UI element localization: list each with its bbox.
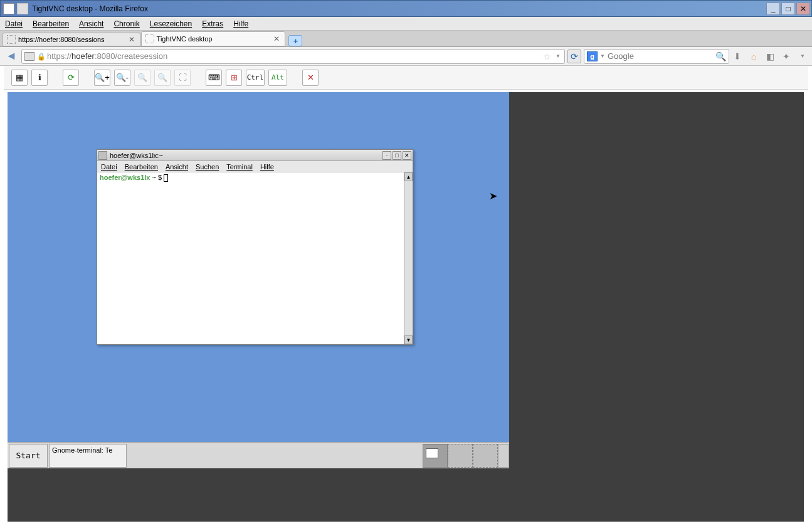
workspace-mini-window	[426, 448, 438, 458]
terminal-system-icon[interactable]	[98, 151, 107, 160]
terminal-close-button[interactable]: ✕	[403, 151, 411, 160]
vnc-remote-desktop[interactable]: hoefer@wks1lx:~ · □ ✕ Datei Bearbeiten A…	[8, 92, 509, 468]
firefox-menubar: Datei Bearbeiten Ansicht Chronik Lesezei…	[0, 17, 812, 31]
vnc-toolbar: ▦ ℹ ⟳ 🔍+ 🔍- 🔍 🔍 ⛶ ⌨ ⊞ Ctrl Alt ✕	[4, 66, 808, 90]
mouse-cursor-icon: ➤	[489, 190, 497, 202]
vnc-refresh-button[interactable]: ⟳	[63, 70, 79, 86]
window-titlebar: TightVNC desktop - Mozilla Firefox _ □ ✕	[0, 0, 812, 17]
vnc-alt-button[interactable]: Alt	[268, 70, 287, 86]
page-icon	[145, 34, 154, 43]
terminal-cursor	[164, 174, 168, 182]
workspace-pager	[423, 444, 509, 468]
url-bar[interactable]: 🔒 https://hoefer:8080/createsession ☆ ▼	[21, 49, 565, 64]
zoom-100-button[interactable]: 🔍	[134, 70, 150, 86]
terminal-prompt-symbol: ~ $	[150, 174, 164, 181]
term-menu-suchen[interactable]: Suchen	[196, 163, 219, 171]
maximize-button[interactable]: □	[781, 3, 795, 15]
search-engine-icon[interactable]: g	[587, 51, 598, 61]
fullscreen-button[interactable]: ⛶	[174, 70, 191, 86]
term-menu-ansicht[interactable]: Ansicht	[166, 163, 188, 171]
page-icon	[7, 35, 16, 44]
menu-bearbeiten[interactable]: Bearbeiten	[33, 19, 69, 28]
lock-icon: 🔒	[37, 53, 45, 60]
scroll-up-button[interactable]: ▲	[404, 172, 413, 181]
terminal-menubar: Datei Bearbeiten Ansicht Suchen Terminal…	[97, 161, 413, 172]
tab-bar: https://hoefer:8080/sessions ✕ TightVNC …	[0, 31, 812, 47]
search-bar[interactable]: g ▼ 🔍	[584, 49, 729, 64]
zoom-in-button[interactable]: 🔍+	[94, 70, 110, 86]
menu-hilfe[interactable]: Hilfe	[233, 19, 248, 28]
window-title: TightVNC desktop - Mozilla Firefox	[31, 4, 766, 13]
search-input[interactable]	[608, 51, 713, 61]
terminal-title: hoefer@wks1lx:~	[110, 152, 381, 159]
term-menu-bearbeiten[interactable]: Bearbeiten	[125, 163, 158, 171]
search-go-icon[interactable]: 🔍	[715, 51, 726, 61]
workspace-2[interactable]	[448, 444, 473, 468]
menu-datei[interactable]: Datei	[5, 19, 23, 28]
remote-taskbar: Start Gnome-terminal: Te	[8, 442, 509, 468]
reload-button[interactable]: ⟳	[567, 50, 581, 63]
tab-tightvnc[interactable]: TightVNC desktop ✕	[141, 31, 286, 46]
vnc-winkey-button[interactable]: ⊞	[226, 70, 242, 86]
start-button[interactable]: Start	[9, 444, 48, 468]
minimize-button[interactable]: _	[766, 3, 780, 15]
menu-extras[interactable]: Extras	[202, 19, 223, 28]
system-tray[interactable]	[498, 444, 509, 468]
terminal-scrollbar[interactable]: ▲ ▼	[404, 172, 413, 344]
scroll-track[interactable]	[404, 181, 413, 335]
tab-close-button[interactable]: ✕	[272, 34, 281, 43]
terminal-titlebar[interactable]: hoefer@wks1lx:~ · □ ✕	[97, 150, 413, 161]
terminal-window[interactable]: hoefer@wks1lx:~ · □ ✕ Datei Bearbeiten A…	[97, 149, 413, 345]
zoom-out-button[interactable]: 🔍-	[114, 70, 130, 86]
menu-lesezeichen[interactable]: Lesezeichen	[150, 19, 192, 28]
tab-close-button[interactable]: ✕	[127, 35, 136, 44]
menu-chronik[interactable]: Chronik	[113, 19, 139, 28]
term-menu-hilfe[interactable]: Hilfe	[260, 163, 274, 171]
terminal-prompt-user: hoefer@wks1lx	[100, 174, 150, 181]
system-menu-icon[interactable]	[3, 3, 14, 14]
addon-icon[interactable]: ◧	[764, 51, 776, 62]
term-menu-datei[interactable]: Datei	[101, 163, 117, 171]
new-tab-button[interactable]: +	[288, 35, 302, 46]
tab-label: TightVNC desktop	[157, 35, 213, 43]
puzzle-icon[interactable]: ✦	[781, 51, 792, 62]
terminal-maximize-button[interactable]: □	[393, 151, 401, 160]
term-menu-terminal[interactable]: Terminal	[226, 163, 253, 171]
terminal-shade-button[interactable]: ·	[382, 151, 391, 160]
vnc-ctrl-button[interactable]: Ctrl	[246, 70, 265, 86]
home-icon[interactable]: ⌂	[748, 51, 759, 62]
terminal-text-area[interactable]: hoefer@wks1lx ~ $	[97, 172, 404, 344]
zoom-fit-button[interactable]: 🔍	[154, 70, 171, 86]
workspace-1[interactable]	[423, 444, 448, 468]
close-button[interactable]: ✕	[796, 3, 810, 15]
back-button[interactable]: ◄	[4, 49, 19, 64]
navigation-toolbar: ◄ 🔒 https://hoefer:8080/createsession ☆ …	[0, 47, 812, 66]
downloads-icon[interactable]: ⬇	[732, 51, 743, 62]
url-dropdown-icon[interactable]: ▼	[556, 53, 562, 59]
bookmark-star-icon[interactable]: ☆	[543, 51, 553, 61]
scroll-down-button[interactable]: ▼	[404, 335, 413, 344]
workspace-3[interactable]	[473, 444, 498, 468]
taskbar-item-terminal[interactable]: Gnome-terminal: Te	[49, 444, 127, 468]
search-engine-dropdown-icon[interactable]: ▼	[600, 53, 605, 59]
firefox-app-icon	[17, 3, 28, 14]
vnc-cad-button[interactable]: ⌨	[206, 70, 222, 86]
vnc-disconnect-button[interactable]: ✕	[302, 70, 319, 86]
vnc-options-button[interactable]: ▦	[11, 70, 28, 86]
tab-sessions[interactable]: https://hoefer:8080/sessions ✕	[3, 33, 140, 46]
menu-ansicht[interactable]: Ansicht	[79, 19, 103, 28]
terminal-body[interactable]: hoefer@wks1lx ~ $ ▲ ▼	[97, 172, 413, 344]
page-content: hoefer@wks1lx:~ · □ ✕ Datei Bearbeiten A…	[8, 92, 804, 522]
site-identity-icon[interactable]	[24, 52, 34, 61]
tab-label: https://hoefer:8080/sessions	[18, 36, 105, 43]
vnc-info-button[interactable]: ℹ	[31, 70, 48, 86]
toolbar-dropdown-icon[interactable]: ▼	[797, 51, 808, 62]
url-text: https://hoefer:8080/createsession	[47, 51, 167, 61]
